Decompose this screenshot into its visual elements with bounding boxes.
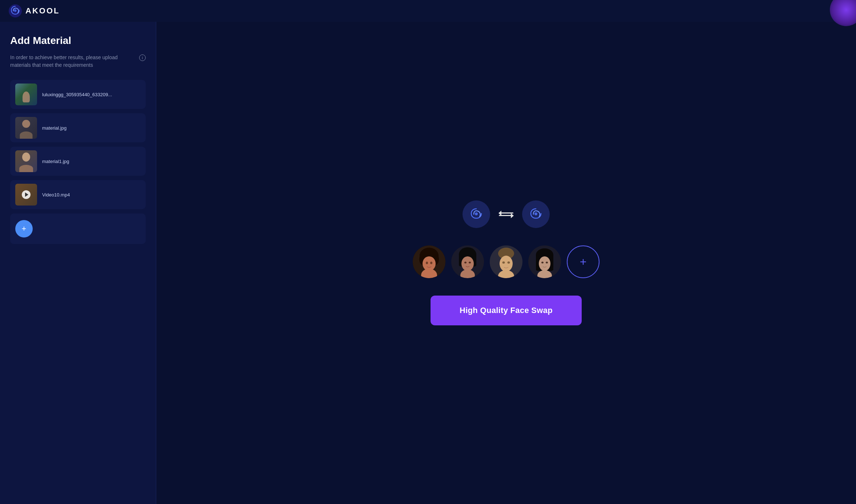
material-thumbnail (15, 150, 37, 172)
panel-description: In order to achieve better results, plea… (10, 54, 146, 69)
akool-logo-icon (9, 4, 22, 17)
face-avatar-4[interactable] (528, 245, 561, 278)
material-thumbnail (15, 184, 37, 206)
add-face-button[interactable]: + (567, 245, 599, 278)
svg-point-3 (534, 212, 537, 215)
akool-icon-right (529, 207, 543, 221)
thumbnail-man (15, 117, 37, 139)
thumbnail-landscape (15, 84, 37, 105)
material-thumbnail (15, 84, 37, 105)
info-icon[interactable]: i (139, 54, 146, 61)
face-svg-1 (413, 245, 445, 278)
svg-point-1 (14, 9, 16, 12)
material-item[interactable]: Video10.mp4 (10, 180, 146, 209)
swap-row (463, 200, 550, 228)
material-name: material1.jpg (42, 159, 69, 164)
header: AKOOL (0, 0, 856, 22)
logo-area: AKOOL (9, 4, 60, 17)
svg-point-24 (502, 261, 505, 264)
akool-circle-right (522, 200, 550, 228)
svg-point-34 (546, 262, 548, 264)
add-circle-icon: + (15, 220, 33, 237)
material-item[interactable]: material.jpg (10, 113, 146, 142)
svg-point-17 (461, 256, 474, 271)
faces-row: + (413, 245, 599, 278)
swap-arrows-icon (499, 212, 513, 216)
play-button-icon (22, 190, 31, 199)
svg-point-9 (423, 256, 436, 271)
svg-point-18 (464, 262, 467, 264)
logo-text: AKOOL (25, 6, 60, 16)
add-material-button[interactable]: + (10, 214, 146, 244)
face-svg-4 (528, 245, 561, 278)
right-panel: + High Quality Face Swap (156, 22, 856, 504)
akool-icon-left (469, 207, 484, 221)
svg-point-32 (539, 256, 550, 271)
play-triangle-icon (25, 192, 28, 197)
material-name: material.jpg (42, 125, 66, 131)
svg-point-10 (426, 262, 428, 264)
face-svg-2 (451, 245, 484, 278)
material-item[interactable]: luluxinggg_305935440_633209... (10, 80, 146, 109)
face-avatar-1[interactable] (413, 245, 445, 278)
main-layout: Add Material In order to achieve better … (0, 22, 856, 504)
face-swap-button[interactable]: High Quality Face Swap (431, 296, 582, 325)
svg-point-23 (500, 256, 513, 272)
plus-icon: + (22, 225, 27, 233)
svg-point-19 (469, 262, 471, 264)
material-name: Video10.mp4 (42, 192, 70, 198)
panel-title: Add Material (10, 35, 146, 46)
left-panel: Add Material In order to achieve better … (0, 22, 156, 504)
material-item[interactable]: material1.jpg (10, 147, 146, 176)
add-face-plus-icon: + (580, 256, 587, 268)
face-avatar-3[interactable] (490, 245, 522, 278)
material-list: luluxinggg_305935440_633209... material.… (10, 80, 146, 244)
svg-point-33 (541, 262, 544, 264)
svg-point-2 (475, 212, 478, 215)
description-text: In order to achieve better results, plea… (10, 54, 136, 69)
face-svg-3 (490, 245, 522, 278)
svg-point-11 (430, 262, 432, 264)
thumbnail-woman (15, 150, 37, 172)
thumbnail-video (15, 184, 37, 206)
face-avatar-2[interactable] (451, 245, 484, 278)
akool-circle-left (463, 200, 490, 228)
arrow-right-icon (499, 215, 513, 216)
material-name: luluxinggg_305935440_633209... (42, 92, 112, 97)
material-thumbnail (15, 117, 37, 139)
svg-point-25 (508, 261, 510, 264)
